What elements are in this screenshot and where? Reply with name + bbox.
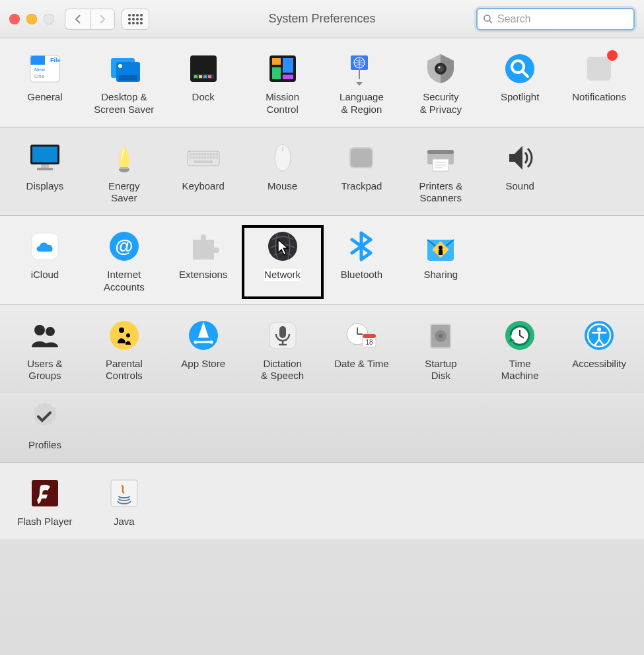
desktop-icon: [107, 52, 141, 86]
pref-label: Language & Region: [340, 91, 384, 116]
pref-notifications[interactable]: Notifications: [559, 49, 639, 120]
startup-icon: [423, 318, 458, 353]
svg-rect-66: [351, 149, 372, 167]
pref-accessibility[interactable]: Accessibility: [559, 316, 639, 387]
sharing-icon: [423, 229, 458, 263]
forward-button[interactable]: [90, 9, 115, 30]
minimize-window-button[interactable]: [26, 14, 37, 24]
pref-row-4: Profiles: [0, 393, 644, 463]
svg-rect-36: [41, 164, 49, 168]
svg-rect-46: [204, 153, 206, 155]
pref-row-3: Users & GroupsParental ControlsApp Store…: [0, 305, 644, 394]
internet-icon: @: [107, 229, 141, 263]
pref-displays[interactable]: Displays: [5, 138, 85, 209]
profiles-icon: [28, 399, 62, 434]
svg-rect-35: [32, 147, 57, 162]
pref-java[interactable]: Java: [85, 473, 164, 532]
svg-rect-41: [190, 153, 192, 155]
users-icon: [28, 318, 62, 353]
svg-rect-64: [282, 147, 283, 151]
pref-spotlight[interactable]: Spotlight: [480, 49, 559, 120]
search-field[interactable]: [476, 8, 635, 30]
pref-label: Notifications: [572, 91, 626, 104]
pref-printers[interactable]: Printers & Scanners: [401, 138, 480, 209]
pref-sound[interactable]: Sound: [480, 138, 559, 209]
energy-icon: [107, 141, 141, 175]
pref-label: Bluetooth: [341, 269, 382, 281]
pref-extensions[interactable]: Extensions: [164, 226, 243, 298]
pref-dock[interactable]: Dock: [164, 49, 243, 120]
svg-point-84: [119, 328, 124, 333]
pref-label: Java: [114, 516, 135, 528]
svg-rect-56: [204, 156, 206, 158]
pref-label: Flash Player: [17, 516, 72, 528]
svg-rect-60: [215, 156, 217, 158]
svg-point-28: [439, 66, 441, 68]
zoom-window-button[interactable]: [44, 14, 54, 24]
svg-point-0: [484, 15, 490, 21]
pref-general[interactable]: FileNewOneGeneral: [5, 49, 85, 120]
back-button[interactable]: [65, 9, 90, 30]
badge-icon: [607, 50, 618, 61]
pref-icloud[interactable]: iCloud: [5, 226, 85, 298]
pref-mouse[interactable]: Mouse: [243, 138, 322, 209]
pref-security[interactable]: Security & Privacy: [401, 49, 480, 120]
pref-internet[interactable]: @Internet Accounts: [85, 226, 164, 298]
pref-profiles[interactable]: Profiles: [5, 397, 85, 456]
svg-rect-48: [209, 153, 211, 155]
pref-mission[interactable]: Mission Control: [243, 49, 322, 120]
search-input[interactable]: [497, 13, 628, 25]
pref-sharing[interactable]: Sharing: [401, 226, 480, 298]
svg-rect-97: [363, 334, 376, 338]
svg-rect-11: [119, 75, 137, 81]
pref-row-1: DisplaysEnergy SaverKeyboardMouseTrackpa…: [0, 127, 644, 217]
show-all-button[interactable]: [122, 9, 149, 30]
keyboard-icon: [186, 141, 221, 175]
pref-appstore[interactable]: App Store: [164, 316, 243, 387]
pref-language[interactable]: Language & Region: [322, 49, 402, 120]
svg-rect-59: [213, 156, 215, 158]
svg-point-29: [505, 54, 534, 83]
pref-energy[interactable]: Energy Saver: [85, 138, 164, 209]
pref-datetime[interactable]: 18Date & Time: [322, 316, 402, 387]
svg-point-82: [46, 327, 55, 336]
pref-dictation[interactable]: Dictation & Speech: [243, 316, 322, 387]
svg-rect-17: [208, 75, 211, 78]
toolbar: System Preferences: [0, 0, 644, 38]
pref-label: App Store: [181, 358, 225, 370]
pref-trackpad[interactable]: Trackpad: [322, 138, 402, 209]
svg-rect-50: [215, 153, 217, 155]
pref-network[interactable]: Network: [243, 226, 322, 298]
pref-label: Profiles: [28, 439, 61, 452]
pref-keyboard[interactable]: Keyboard: [164, 138, 243, 209]
pref-label: Displays: [26, 180, 64, 193]
pref-label: Extensions: [179, 269, 227, 281]
pref-bluetooth[interactable]: Bluetooth: [322, 226, 402, 298]
svg-rect-15: [199, 75, 202, 78]
pref-users[interactable]: Users & Groups: [5, 316, 85, 387]
pref-row-0: FileNewOneGeneralDesktop & Screen SaverD…: [0, 38, 644, 127]
pref-startup[interactable]: Startup Disk: [401, 316, 480, 387]
pref-flash[interactable]: Flash Player: [5, 473, 85, 532]
pref-desktop[interactable]: Desktop & Screen Saver: [85, 49, 164, 120]
pref-label: Spotlight: [501, 91, 539, 104]
pref-row-5: Flash PlayerJava: [0, 463, 644, 539]
trackpad-icon: [344, 141, 378, 175]
svg-point-83: [110, 321, 139, 350]
pref-parental[interactable]: Parental Controls: [85, 316, 164, 387]
search-icon: [483, 14, 493, 24]
pref-label: Parental Controls: [106, 358, 143, 383]
close-window-button[interactable]: [9, 14, 20, 24]
displays-icon: [28, 141, 62, 175]
flash-icon: [28, 476, 62, 510]
pref-label: iCloud: [31, 269, 59, 281]
pref-timemachine[interactable]: Time Machine: [480, 316, 559, 387]
dictation-icon: [266, 318, 300, 353]
svg-rect-47: [207, 153, 209, 155]
network-icon: [266, 229, 300, 263]
svg-rect-61: [194, 160, 213, 163]
svg-rect-37: [37, 168, 53, 170]
dock-icon: [186, 52, 221, 86]
printers-icon: [423, 141, 458, 175]
svg-rect-33: [587, 57, 611, 81]
